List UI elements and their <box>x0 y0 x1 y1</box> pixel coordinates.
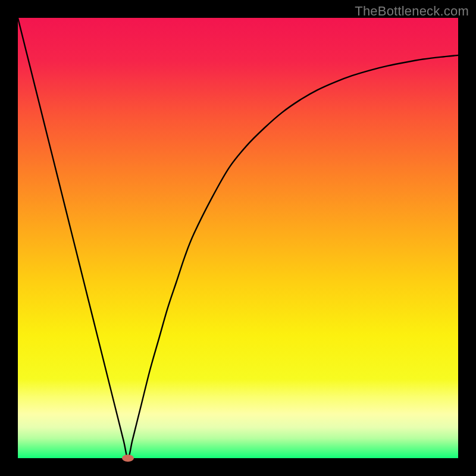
bottleneck-chart <box>0 0 476 476</box>
optimum-marker <box>122 455 134 462</box>
plot-background <box>18 18 458 458</box>
watermark-text: TheBottleneck.com <box>355 4 469 19</box>
chart-frame: TheBottleneck.com <box>0 0 476 476</box>
